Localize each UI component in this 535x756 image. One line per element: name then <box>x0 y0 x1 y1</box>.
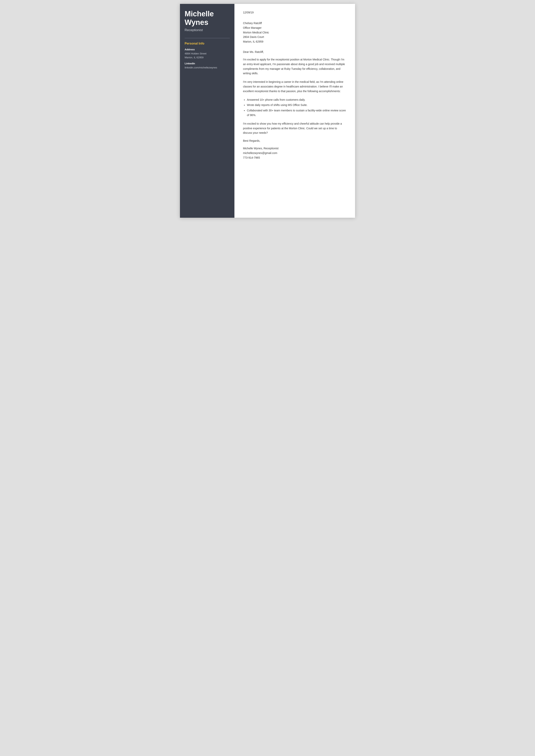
address-line2: Marion, IL 62959 <box>184 56 204 59</box>
accomplishments-list: Answered 10+ phone calls from customers … <box>243 97 347 118</box>
address-label: Address <box>184 48 230 51</box>
list-item: Wrote daily reports of shifts using MS O… <box>247 103 347 107</box>
salutation: Dear Ms. Ratcliff, <box>243 50 347 53</box>
paragraph-1: I'm excited to apply for the receptionis… <box>243 57 347 76</box>
recipient-title: Office Manager <box>243 26 347 30</box>
signature-phone: 773-914-7965 <box>243 155 347 160</box>
first-name: Michelle <box>184 10 214 18</box>
applicant-title: Receptionist <box>184 28 230 32</box>
recipient-address2: Marion, IL 62959 <box>243 40 347 44</box>
resume-document: Michelle Wynes Receptionist Personal Inf… <box>180 4 355 218</box>
sidebar: Michelle Wynes Receptionist Personal Inf… <box>180 4 235 218</box>
recipient-name: Chelsey Ratcliff <box>243 21 347 26</box>
recipient-company: Morton Medical Clinic <box>243 30 347 35</box>
main-content: 12/09/19 Chelsey Ratcliff Office Manager… <box>235 4 355 218</box>
signature-email: michellezwynes@gmail.com <box>243 151 347 155</box>
list-item: Answered 10+ phone calls from customers … <box>247 97 347 102</box>
applicant-name: Michelle Wynes <box>184 10 230 27</box>
closing: Best Regards, <box>243 139 347 142</box>
recipient-address1: 2804 Davis Court <box>243 35 347 40</box>
personal-info-heading: Personal Info <box>184 42 230 45</box>
list-item: Collaborated with 30+ team members to su… <box>247 108 347 118</box>
paragraph-2: I'm very interested in beginning a caree… <box>243 80 347 94</box>
address-line1: 4884 Holden Street <box>184 52 207 55</box>
recipient-block: Chelsey Ratcliff Office Manager Morton M… <box>243 21 347 44</box>
sidebar-divider <box>184 38 230 38</box>
signature-name: Michelle Wynes, Receptionist <box>243 146 347 151</box>
signature-block: Michelle Wynes, Receptionist michellezwy… <box>243 146 347 160</box>
address-value: 4884 Holden Street Marion, IL 62959 <box>184 52 230 59</box>
last-name: Wynes <box>184 18 208 26</box>
paragraph-3: I'm excited to show you how my efficienc… <box>243 122 347 135</box>
linkedin-label: LinkedIn <box>184 62 230 65</box>
linkedin-value: linkedin.com/michellezwynes <box>184 66 230 69</box>
letter-date: 12/09/19 <box>243 11 347 14</box>
